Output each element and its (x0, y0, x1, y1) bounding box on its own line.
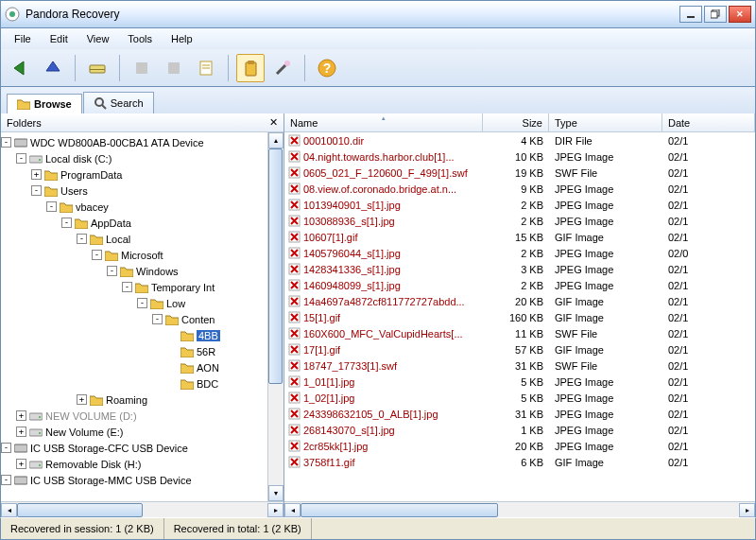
tree-label[interactable]: Low (166, 298, 185, 309)
tree-expander[interactable]: + (16, 459, 26, 469)
tree-label[interactable]: 4BB (197, 330, 220, 341)
drives-button[interactable] (83, 54, 112, 82)
tree-node-folder[interactable]: -Conten (1, 311, 267, 327)
tree-node-folder[interactable]: BDC (1, 375, 267, 392)
tree-label[interactable]: BDC (197, 378, 218, 390)
tree-label[interactable]: Removable Disk (H:) (45, 459, 141, 470)
tree-node-drive[interactable]: +New Volume (E:) (1, 424, 267, 440)
tree-label[interactable]: Local (106, 234, 130, 245)
tree-label[interactable]: Roaming (106, 394, 147, 406)
file-row[interactable]: 3758f11.gif6 KBGIF Image02/1 (284, 454, 755, 470)
menu-view[interactable]: View (79, 31, 117, 46)
tree-label[interactable]: Microsoft (121, 250, 163, 261)
tree-node-folder[interactable]: 4BB (1, 327, 267, 343)
close-button[interactable]: ✕ (729, 6, 751, 23)
tree-node-folder[interactable]: -Users (1, 183, 267, 199)
scroll-down-button[interactable]: ▾ (268, 485, 284, 501)
restore-button[interactable] (704, 6, 727, 23)
tab-browse[interactable]: Browse (7, 94, 82, 113)
file-row[interactable]: 1460948099_s[1].jpg2 KBJPEG Image02/1 (284, 277, 755, 293)
tree-close-icon[interactable]: ✕ (269, 116, 278, 129)
tree-label[interactable]: AON (197, 362, 219, 374)
tree-label[interactable]: Windows (136, 266, 179, 277)
tree-node-drive[interactable]: +Removable Disk (H:) (1, 456, 267, 472)
tree-expander[interactable]: - (122, 282, 132, 292)
file-row[interactable]: 160X600_MFC_ValCupidHearts[...11 KBSWF F… (284, 325, 755, 341)
tree-label[interactable]: Local disk (C:) (45, 153, 112, 165)
minimize-button[interactable] (679, 6, 702, 23)
tree-expander[interactable]: - (1, 443, 11, 453)
tree-expander[interactable]: + (16, 410, 26, 421)
file-row[interactable]: 243398632105_0_ALB[1].jpg31 KBJPEG Image… (284, 406, 755, 422)
file-row[interactable]: 1_01[1].jpg5 KBJPEG Image02/1 (284, 374, 755, 390)
file-row[interactable]: 17[1].gif57 KBGIF Image02/1 (284, 341, 755, 357)
file-row[interactable]: 1_02[1].jpg5 KBJPEG Image02/1 (284, 390, 755, 406)
menu-edit[interactable]: Edit (43, 31, 76, 46)
tree-node-folder[interactable]: -Windows (1, 263, 267, 279)
column-name[interactable]: ▴Name (284, 113, 483, 131)
tree-node-folder[interactable]: -vbacey (1, 199, 267, 215)
file-row[interactable]: 10607[1].gif15 KBGIF Image02/1 (284, 229, 755, 245)
tab-search[interactable]: Search (83, 92, 154, 113)
file-row[interactable]: 1405796044_s[1].jpg2 KBJPEG Image02/0 (284, 245, 755, 261)
tree-expander[interactable]: + (77, 394, 87, 405)
tree-expander[interactable]: - (152, 314, 163, 324)
tree-node-drive[interactable]: +NEW VOLUME (D:) (1, 408, 267, 424)
tree-label[interactable]: ProgramData (60, 169, 122, 181)
file-row[interactable]: 1013940901_s[1].jpg2 KBJPEG Image02/1 (284, 197, 755, 213)
scroll-left-button[interactable]: ◂ (1, 503, 17, 517)
tree-label[interactable]: IC USB Storage-CFC USB Device (30, 443, 188, 454)
tree-expander[interactable]: + (16, 427, 26, 437)
tree-node-drive[interactable]: -Local disk (C:) (1, 150, 267, 166)
help-button[interactable]: ? (313, 54, 341, 82)
tree-horizontal-scrollbar[interactable]: ◂ ▸ (1, 501, 284, 517)
tree-label[interactable]: Temporary Int (151, 282, 215, 293)
menu-tools[interactable]: Tools (120, 31, 160, 46)
clipboard-button[interactable] (236, 54, 265, 82)
file-row[interactable]: 00010010.dir4 KBDIR File02/1 (284, 132, 755, 148)
file-row[interactable]: 18747_17733[1].swf31 KBSWF File02/1 (284, 357, 755, 374)
tree-expander[interactable]: - (1, 137, 11, 148)
file-row[interactable]: 2cr85kk[1].jpg20 KBJPEG Image02/1 (284, 438, 755, 454)
scroll-up-button[interactable]: ▴ (268, 132, 284, 148)
file-row[interactable]: 1428341336_s[1].jpg3 KBJPEG Image02/1 (284, 261, 755, 277)
file-row[interactable]: 14a4697a4872cf811772727abdd...20 KBGIF I… (284, 293, 755, 309)
tree-node-folder[interactable]: -Local (1, 231, 267, 247)
tree-node-folder[interactable]: -Temporary Int (1, 279, 267, 295)
tree-expander[interactable]: - (31, 185, 42, 196)
tree-expander[interactable]: - (46, 201, 57, 212)
column-date[interactable]: Date (662, 113, 755, 131)
wizard-button[interactable] (268, 54, 297, 82)
tree-label[interactable]: AppData (91, 218, 131, 229)
tree-label[interactable]: vbacey (76, 201, 109, 213)
tree-node-device[interactable]: -IC USB Storage-MMC USB Device (1, 472, 267, 488)
tree-expander[interactable]: - (1, 475, 11, 485)
tree-label[interactable]: WDC WD800AB-00CBA1 ATA Device (30, 137, 204, 148)
notes-button[interactable] (192, 54, 220, 82)
file-row[interactable]: 103088936_s[1].jpg2 KBJPEG Image02/1 (284, 213, 755, 229)
tree-label[interactable]: New Volume (E:) (45, 427, 124, 438)
tree-node-folder[interactable]: 56R (1, 343, 267, 359)
tree-node-folder[interactable]: +ProgramData (1, 166, 267, 183)
tree-node-folder[interactable]: +Roaming (1, 392, 267, 408)
tree-node-folder[interactable]: -Microsoft (1, 247, 267, 263)
scroll-right-button[interactable]: ▸ (739, 503, 755, 517)
tree-expander[interactable]: - (61, 218, 72, 228)
tree-node-device[interactable]: -WDC WD800AB-00CBA1 ATA Device (1, 134, 267, 150)
back-button[interactable] (7, 54, 35, 82)
file-row[interactable]: 15[1].gif160 KBGIF Image02/1 (284, 309, 755, 325)
file-row[interactable]: 08.view.of.coronado.bridge.at.n...9 KBJP… (284, 181, 755, 197)
tree-node-folder[interactable]: AON (1, 359, 267, 375)
menu-file[interactable]: File (7, 31, 39, 46)
tree-label[interactable]: Users (60, 185, 88, 197)
tree-label[interactable]: 56R (197, 346, 215, 357)
up-button[interactable] (39, 54, 67, 82)
tree-expander[interactable]: - (107, 266, 117, 276)
tree-expander[interactable]: - (137, 298, 147, 308)
scroll-right-button[interactable]: ▸ (267, 503, 284, 517)
tree-label[interactable]: IC USB Storage-MMC USB Device (30, 475, 192, 486)
tree-label[interactable]: NEW VOLUME (D:) (45, 410, 137, 422)
file-row[interactable]: 04.night.towards.harbor.club[1]...10 KBJ… (284, 148, 755, 165)
scroll-left-button[interactable]: ◂ (284, 503, 301, 517)
column-size[interactable]: Size (483, 113, 549, 131)
